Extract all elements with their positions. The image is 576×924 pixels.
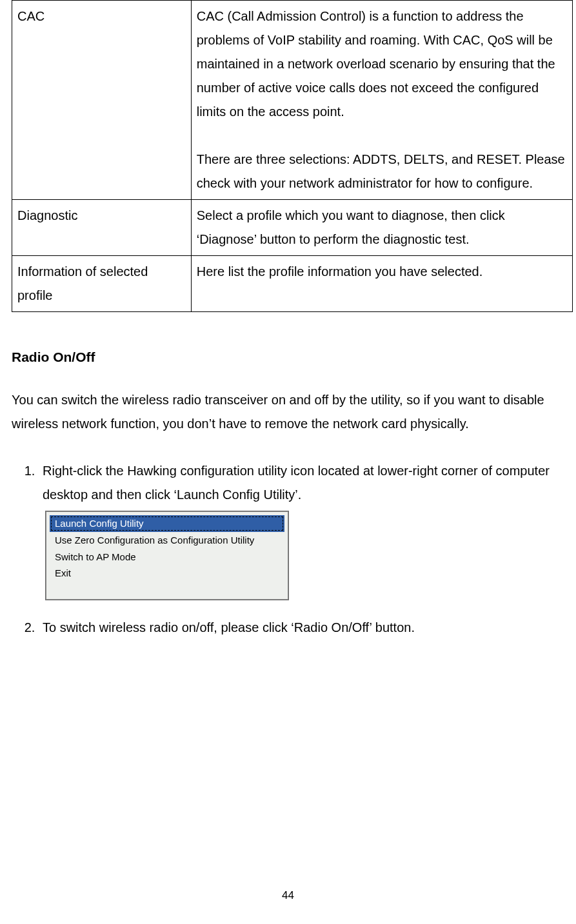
intro-paragraph: You can switch the wireless radio transc…	[12, 388, 573, 436]
menu-item-zero-config[interactable]: Use Zero Configuration as Configuration …	[46, 532, 288, 549]
menu-item-launch-config[interactable]: Launch Config Utility	[50, 515, 284, 532]
spec-table: CAC CAC (Call Admission Control) is a fu…	[12, 0, 573, 312]
term-cell: Information of selected profile	[12, 256, 192, 312]
page-number: 44	[0, 889, 576, 902]
section-heading: Radio On/Off	[12, 349, 573, 365]
table-row: Diagnostic Select a profile which you wa…	[12, 200, 573, 256]
desc-p1: CAC (Call Admission Control) is a functi…	[197, 9, 555, 119]
context-menu[interactable]: Launch Config Utility Use Zero Configura…	[45, 511, 289, 600]
term-cell: CAC	[12, 1, 192, 200]
steps-list: Right-click the Hawking configuration ut…	[12, 459, 573, 640]
table-row: Information of selected profile Here lis…	[12, 256, 573, 312]
desc-cell: Here list the profile information you ha…	[191, 256, 572, 312]
menu-item-exit[interactable]: Exit	[46, 565, 288, 582]
desc-p2: There are three selections: ADDTS, DELTS…	[197, 152, 565, 190]
term-cell: Diagnostic	[12, 200, 192, 256]
list-item: Right-click the Hawking configuration ut…	[39, 459, 573, 600]
desc-cell: CAC (Call Admission Control) is a functi…	[191, 1, 572, 200]
table-row: CAC CAC (Call Admission Control) is a fu…	[12, 1, 573, 200]
desc-cell: Select a profile which you want to diagn…	[191, 200, 572, 256]
list-item: To switch wireless radio on/off, please …	[39, 616, 573, 640]
step-text: To switch wireless radio on/off, please …	[43, 620, 415, 634]
menu-item-switch-ap[interactable]: Switch to AP Mode	[46, 549, 288, 565]
step-text: Right-click the Hawking configuration ut…	[43, 464, 550, 502]
